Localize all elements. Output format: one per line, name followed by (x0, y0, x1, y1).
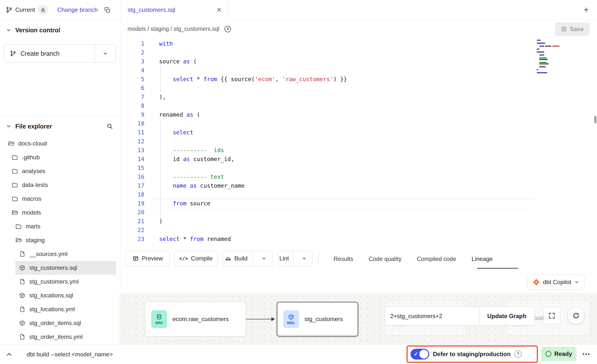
code-line[interactable]: 17 name as customer_name (120, 181, 597, 190)
code-line[interactable]: 22 (120, 226, 597, 235)
code-line[interactable]: 6 (120, 84, 597, 92)
dbt-copilot-label: dbt Copilot (543, 279, 571, 286)
build-button[interactable]: Build (223, 251, 250, 266)
code-line[interactable]: 8 (120, 101, 597, 110)
change-branch-link[interactable]: Change branch (57, 6, 98, 13)
file-tree: docs-cloud.githubanalysesdata-testsmacro… (0, 137, 120, 344)
mdl-badge: MDL (283, 310, 299, 328)
search-icon[interactable] (106, 123, 113, 130)
refresh-button[interactable] (567, 307, 585, 324)
code-line[interactable]: 21) (120, 217, 597, 226)
overflow-menu-button[interactable] (579, 349, 593, 360)
folder-icon (12, 182, 18, 188)
preview-button[interactable]: Preview (126, 251, 170, 266)
file-item-models[interactable]: models (8, 206, 116, 219)
tab-compiled-code[interactable]: Compiled code (417, 255, 456, 262)
preview-label: Preview (142, 255, 163, 262)
tab-lineage[interactable]: Lineage (472, 255, 493, 262)
code-line[interactable]: 9renamed as ( (120, 110, 597, 119)
minimap[interactable] (537, 40, 571, 74)
caret-up-icon[interactable] (5, 351, 13, 358)
file-item-stg_locations.sql[interactable]: stg_locations.sql (15, 289, 116, 302)
code-line[interactable]: 2 (120, 48, 597, 57)
lint-dropdown[interactable] (296, 251, 312, 266)
current-branch-label: Current (15, 6, 35, 13)
code-line[interactable]: 15 (120, 164, 597, 172)
tab-results[interactable]: Results (334, 255, 353, 262)
code-line[interactable]: 16 ---------- text (120, 172, 597, 181)
lint-button[interactable]: Lint (278, 251, 290, 266)
defer-toggle[interactable]: ✓ (410, 349, 429, 360)
lineage-node-ecom-raw-customers[interactable]: SRC ecom.raw_customers (145, 302, 246, 336)
file-item-__sources.yml[interactable]: __sources.yml (15, 247, 116, 261)
defer-label: Defer to staging/production (433, 351, 511, 358)
update-graph-button[interactable]: Update Graph (479, 307, 535, 326)
code-line[interactable]: 12 (120, 137, 597, 146)
file-item-stg_locations.yml[interactable]: stg_locations.yml (15, 302, 116, 316)
code-line[interactable]: 3source as ( (120, 57, 597, 66)
compile-button[interactable]: </> Compile (174, 251, 218, 266)
code-line[interactable]: 14 id as customer_id, (120, 155, 597, 164)
file-item-docs-cloud[interactable]: docs-cloud (4, 137, 116, 150)
folder-icon (12, 168, 18, 174)
code-line[interactable]: 10 (120, 119, 597, 128)
code-line[interactable]: 7), (120, 92, 597, 101)
tab-code-quality[interactable]: Code quality (369, 255, 401, 262)
code-line[interactable]: 13 ---------- ids (120, 146, 597, 155)
code-line[interactable]: 19 from source (120, 199, 597, 208)
result-tabs: ResultsCode qualityCompiled codeLineage (334, 249, 493, 269)
file-item-macros[interactable]: macros (8, 192, 116, 206)
status-ring-icon (545, 351, 551, 357)
lineage-panel[interactable]: MDL customers SEM customers SRC ecom.raw… (120, 293, 597, 345)
code-line[interactable]: 5 select * from {{ source('ecom', 'raw_c… (120, 75, 597, 84)
fullscreen-button[interactable] (543, 307, 560, 324)
file-item-stg_customers.sql[interactable]: stg_customers.sql (15, 261, 116, 275)
code-line[interactable]: 1with (120, 39, 597, 48)
divider (318, 252, 319, 265)
build-command-text[interactable]: dbt build --select <model_name> (27, 351, 113, 358)
code-line[interactable]: 18 (120, 190, 597, 199)
file-item-label: stg_customers.yml (29, 278, 79, 285)
create-branch-button[interactable]: Create branch (4, 44, 116, 63)
file-item-label: staging (26, 237, 45, 244)
dbt-copilot-button[interactable]: dbt Copilot (527, 274, 584, 290)
file-item-stg_order_items.sql[interactable]: stg_order_items.sql (15, 316, 116, 330)
file-item-label: stg_order_items.yml (29, 333, 83, 340)
close-icon[interactable]: ✕ (216, 7, 222, 13)
code-line[interactable]: 23select * from renamed (120, 235, 597, 243)
editor-scrollbar[interactable] (594, 116, 596, 123)
code-line[interactable]: 11 select (120, 128, 597, 137)
toggle-knob (419, 350, 428, 359)
file-item-label: marts (26, 223, 40, 230)
lineage-node-stg-customers[interactable]: MDL stg_customers (277, 302, 358, 336)
active-line-border (152, 199, 534, 199)
chevron-down-icon[interactable] (6, 27, 11, 33)
file-item-stg_order_items.yml[interactable]: stg_order_items.yml (15, 330, 116, 344)
model-icon (19, 265, 25, 271)
ready-status-badge[interactable]: Ready (541, 347, 577, 361)
file-item-staging[interactable]: staging (12, 233, 116, 247)
help-icon[interactable]: ? (514, 350, 522, 358)
chevron-down-icon[interactable] (6, 124, 11, 129)
copy-icon[interactable] (104, 7, 111, 13)
new-tab-button[interactable]: + (580, 4, 592, 16)
file-item-.github[interactable]: .github (8, 150, 116, 164)
save-label: Save (570, 26, 584, 33)
tab-stg-customers-sql[interactable]: stg_customers.sql ✕ (120, 0, 228, 20)
code-icon: </> (179, 255, 188, 261)
file-item-marts[interactable]: marts (12, 219, 116, 233)
active-tab-underline (477, 268, 518, 269)
file-item-data-tests[interactable]: data-tests (8, 178, 116, 192)
gauge-icon[interactable] (224, 25, 232, 33)
file-item-stg_customers.yml[interactable]: stg_customers.yml (15, 275, 116, 289)
create-branch-dropdown[interactable] (95, 45, 116, 62)
code-line[interactable]: 4 (120, 66, 597, 75)
save-button[interactable]: Save (555, 22, 590, 36)
file-item-label: models (22, 209, 41, 216)
build-dropdown[interactable] (256, 251, 272, 266)
lineage-selector-input[interactable] (385, 307, 479, 326)
node-label: ecom.raw_customers (172, 316, 229, 323)
code-line[interactable]: 20 (120, 208, 597, 217)
file-item-analyses[interactable]: analyses (8, 164, 116, 178)
code-editor[interactable]: 1with23source as (45 select * from {{ so… (120, 38, 597, 249)
